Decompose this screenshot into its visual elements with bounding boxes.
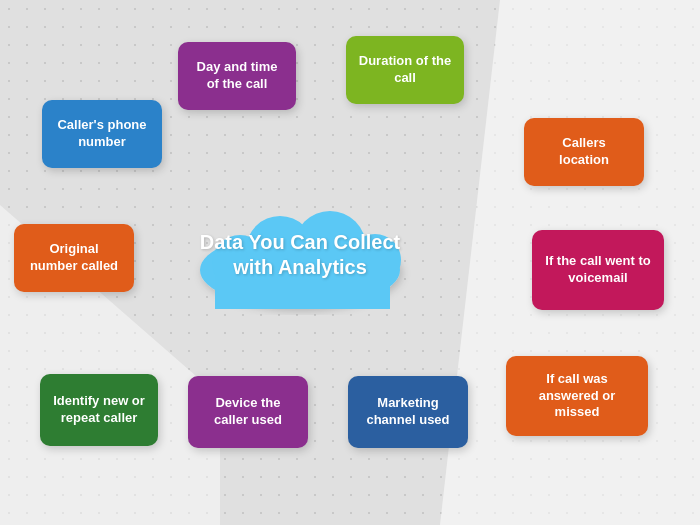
- if-call-went-voicemail-card: If the call went to voicemail: [532, 230, 664, 310]
- duration-of-call-card: Duration of the call: [346, 36, 464, 104]
- device-caller-used-label: Device the caller used: [200, 395, 296, 429]
- day-and-time-label: Day and time of the call: [190, 59, 284, 93]
- cloud-center: Data You Can Collect with Analytics: [175, 185, 425, 325]
- if-call-answered-or-missed-label: If call was answered or missed: [518, 371, 636, 422]
- identify-new-or-repeat-label: Identify new or repeat caller: [52, 393, 146, 427]
- duration-of-call-label: Duration of the call: [358, 53, 452, 87]
- original-number-called-card: Original number called: [14, 224, 134, 292]
- callers-location-label: Callers location: [536, 135, 632, 169]
- callers-phone-number-card: Caller's phone number: [42, 100, 162, 168]
- if-call-went-voicemail-label: If the call went to voicemail: [544, 253, 652, 287]
- device-caller-used-card: Device the caller used: [188, 376, 308, 448]
- marketing-channel-card: Marketing channel used: [348, 376, 468, 448]
- cloud-title: Data You Can Collect with Analytics: [180, 230, 420, 280]
- original-number-called-label: Original number called: [26, 241, 122, 275]
- cloud-shape: Data You Can Collect with Analytics: [180, 195, 420, 315]
- callers-location-card: Callers location: [524, 118, 644, 186]
- day-and-time-card: Day and time of the call: [178, 42, 296, 110]
- marketing-channel-label: Marketing channel used: [360, 395, 456, 429]
- identify-new-or-repeat-card: Identify new or repeat caller: [40, 374, 158, 446]
- callers-phone-number-label: Caller's phone number: [54, 117, 150, 151]
- if-call-answered-or-missed-card: If call was answered or missed: [506, 356, 648, 436]
